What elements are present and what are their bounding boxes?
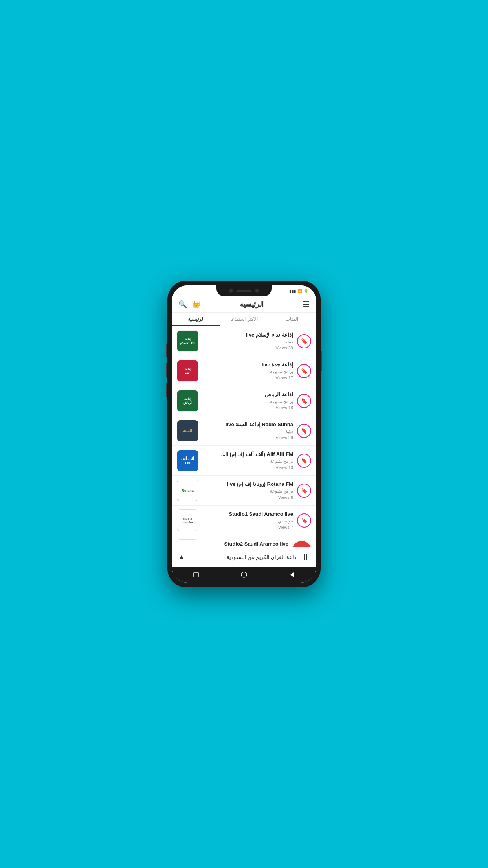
station-logo: ألف ألفFM	[177, 450, 198, 471]
expand-icon[interactable]: ▲	[178, 554, 185, 561]
bookmark-button[interactable]: 🔖	[297, 394, 311, 408]
scroll-to-top-button[interactable]: ▲	[292, 541, 311, 547]
list-item[interactable]: 🔖 إذاعة نداء الإسلام live دينية 39 Views…	[172, 326, 316, 356]
volume-up-button	[166, 344, 167, 357]
station-category: موسيقي	[202, 519, 293, 524]
list-item[interactable]: ▲ Studio2 Saudi Aramco live موسيقي 8 Vie…	[172, 535, 316, 547]
station-info: Rotana FM (روتانا إف إم) live برامج متنو…	[202, 481, 293, 500]
bookmark-icon: 🔖	[301, 517, 308, 524]
station-name: إذاعة جدة live	[202, 362, 293, 368]
nav-recents-button[interactable]	[192, 571, 200, 579]
station-category: دينية	[202, 429, 293, 434]
station-views: 18 Views	[202, 405, 293, 410]
station-logo: إذاعةجدة	[177, 360, 198, 382]
bookmark-button[interactable]: 🔖	[297, 454, 311, 468]
station-name: Alif Alif FM (ألف ألف إف إم) li...	[202, 451, 293, 458]
bookmark-button[interactable]: 🔖	[297, 364, 311, 378]
list-item[interactable]: 🔖 اذاعة الرياض برامج متنوعة 18 Views إذا…	[172, 386, 316, 416]
page-title: الرئيسية	[240, 300, 264, 309]
bookmark-icon: 🔖	[301, 398, 308, 404]
station-category: برامج متنوعة	[202, 369, 293, 374]
bookmark-button[interactable]: 🔖	[297, 424, 311, 438]
svg-point-1	[241, 572, 247, 577]
front-camera	[229, 289, 233, 293]
bookmark-icon: 🔖	[301, 368, 308, 374]
silent-button	[166, 383, 167, 397]
pause-button[interactable]: ⏸	[301, 552, 310, 562]
nav-home-button[interactable]	[240, 571, 248, 579]
earpiece	[236, 290, 252, 292]
svg-marker-2	[290, 572, 294, 577]
nav-back-button[interactable]	[288, 571, 296, 579]
bookmark-icon: 🔖	[301, 338, 308, 344]
station-views: 39 Views	[202, 346, 293, 350]
crown-icon[interactable]: 👑	[192, 300, 200, 309]
station-category: برامج متنوعة	[202, 459, 293, 464]
svg-rect-0	[194, 572, 198, 577]
tab-most-heard[interactable]: الاكثر استماعا	[220, 313, 268, 326]
bookmark-button[interactable]: 🔖	[297, 484, 311, 498]
station-logo: إذاعةالرياض	[177, 390, 198, 412]
now-playing-title: اذاعة القران الكريم من السعودية	[188, 554, 298, 560]
bookmark-icon: 🔖	[301, 428, 308, 434]
station-info: Radio Sunna إذاعة السنة live دينية 29 Vi…	[202, 421, 293, 440]
bookmark-icon: 🔖	[301, 487, 308, 494]
volume-down-button	[166, 363, 167, 377]
station-name: Studio2 Saudi Aramco live	[202, 541, 288, 547]
playback-controls: ⏸	[301, 552, 310, 562]
station-name: Studio1 Saudi Aramco live	[202, 511, 293, 518]
navigation-bar	[172, 567, 316, 583]
phone-frame: ▮▮▮ 📶 🔋 🔍 👑 الرئيسية ☰ الفئات الاكثر است…	[167, 281, 321, 587]
station-info: اذاعة الرياض برامج متنوعة 18 Views	[202, 392, 293, 410]
app-header: 🔍 👑 الرئيسية ☰	[172, 296, 316, 313]
station-logo: السنة	[177, 420, 198, 441]
station-logo: studioone.fm	[177, 509, 198, 531]
bookmark-button[interactable]: 🔖	[297, 334, 311, 348]
station-logo: Rotana	[177, 480, 198, 501]
now-playing-bar[interactable]: ⏸ اذاعة القران الكريم من السعودية ▲	[172, 547, 316, 567]
station-views: 7 Views	[202, 525, 293, 530]
station-logo: studiotwo.fm	[177, 539, 198, 547]
list-item[interactable]: 🔖 Radio Sunna إذاعة السنة live دينية 29 …	[172, 416, 316, 446]
station-category: برامج متنوعة	[202, 489, 293, 494]
station-name: Radio Sunna إذاعة السنة live	[202, 421, 293, 428]
tab-categories[interactable]: الفئات	[268, 313, 316, 326]
phone-screen: ▮▮▮ 📶 🔋 🔍 👑 الرئيسية ☰ الفئات الاكثر است…	[172, 285, 316, 583]
notch	[216, 285, 272, 296]
station-category: دينية	[202, 339, 293, 344]
list-item[interactable]: 🔖 Alif Alif FM (ألف ألف إف إم) li... برا…	[172, 446, 316, 476]
station-name: اذاعة الرياض	[202, 392, 293, 398]
bookmark-icon: 🔖	[301, 458, 308, 464]
list-item[interactable]: 🔖 Studio1 Saudi Aramco live موسيقي 7 Vie…	[172, 506, 316, 535]
search-icon[interactable]: 🔍	[178, 300, 187, 309]
menu-icon[interactable]: ☰	[303, 300, 310, 309]
power-button	[321, 351, 322, 371]
station-name: Rotana FM (روتانا إف إم) live	[202, 481, 293, 488]
list-item[interactable]: 🔖 إذاعة جدة live برامج متنوعة 17 Views إ…	[172, 356, 316, 386]
station-logo: إذاعةنداء الإسلام	[177, 330, 198, 352]
station-views: 29 Views	[202, 435, 293, 440]
station-info: Studio1 Saudi Aramco live موسيقي 7 Views	[202, 511, 293, 530]
signal-icons: ▮▮▮ 📶 🔋	[289, 289, 308, 293]
station-info: Studio2 Saudi Aramco live موسيقي 8 Views	[202, 541, 288, 547]
station-views: 10 Views	[202, 465, 293, 470]
station-views: 8 Views	[202, 495, 293, 500]
station-name: إذاعة نداء الإسلام live	[202, 332, 293, 338]
sensor	[255, 289, 259, 293]
station-list: 🔖 إذاعة نداء الإسلام live دينية 39 Views…	[172, 326, 316, 547]
station-views: 17 Views	[202, 375, 293, 380]
station-info: إذاعة نداء الإسلام live دينية 39 Views	[202, 332, 293, 350]
station-info: Alif Alif FM (ألف ألف إف إم) li... برامج…	[202, 451, 293, 470]
station-info: إذاعة جدة live برامج متنوعة 17 Views	[202, 362, 293, 380]
header-right-icons: 🔍 👑	[178, 300, 200, 309]
bookmark-button[interactable]: 🔖	[297, 513, 311, 528]
tab-main[interactable]: الرئيسية	[172, 313, 220, 326]
station-category: برامج متنوعة	[202, 399, 293, 404]
tab-bar: الفئات الاكثر استماعا الرئيسية	[172, 313, 316, 326]
list-item[interactable]: 🔖 Rotana FM (روتانا إف إم) live برامج مت…	[172, 476, 316, 506]
